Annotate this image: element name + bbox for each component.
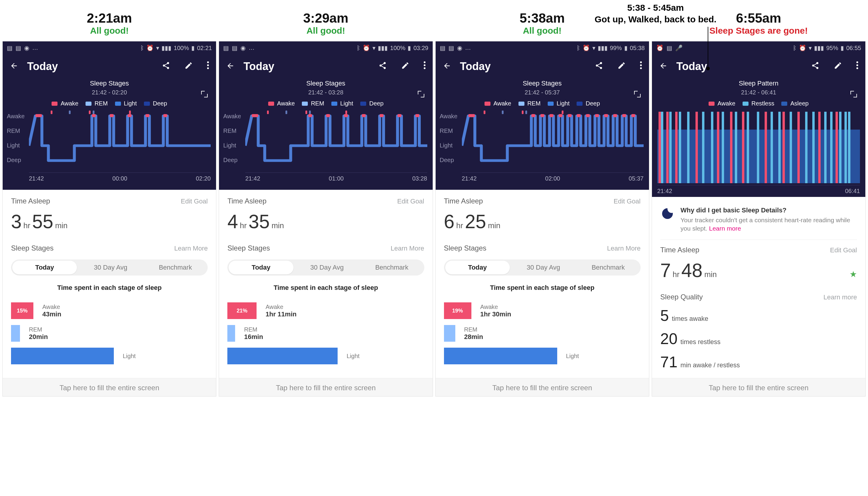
awake-bar: 15% [11,303,33,319]
chart-title: Sleep Stages [3,79,216,87]
bluetooth-icon: ᛒ [577,45,580,51]
sleep-chart[interactable]: Sleep Stages 21:42 - 05:37 Awake REM Lig… [436,78,649,190]
expand-icon[interactable] [634,90,641,98]
wifi-icon: ▾ [592,44,595,51]
edit-button[interactable] [617,61,626,72]
segment-today[interactable]: Today [445,261,510,274]
segmented-control[interactable]: Today 30 Day Avg Benchmark [444,260,641,276]
back-button[interactable] [659,60,667,73]
sleep-chart[interactable]: Sleep Stages 21:42 - 03:28 Awake REM Lig… [219,78,432,190]
sleep-stages-label: Sleep Stages [11,244,53,252]
share-button[interactable] [811,61,819,72]
clock: 03:29 [413,45,428,51]
time-asleep-label: Time Asleep [444,197,483,205]
expand-icon[interactable] [417,90,425,98]
edit-button[interactable] [834,61,842,72]
app-icon: ▤ [15,44,21,51]
segment-today[interactable]: Today [12,261,77,274]
footer-hint[interactable]: Tap here to fill the entire screen [436,378,649,396]
segment-30day[interactable]: 30 Day Avg [295,264,359,272]
overflow-menu-button[interactable] [640,61,642,72]
battery-percent: 99% [610,45,622,51]
stage-subhead: Time spent in each stage of sleep [11,284,208,292]
learn-more-link[interactable]: Learn More [607,245,641,252]
segment-benchmark[interactable]: Benchmark [359,264,424,272]
overflow-menu-button[interactable] [207,61,209,72]
overflow-menu-button[interactable] [424,61,425,72]
alarm-icon: ⏰ [146,44,154,51]
page-title: Today [677,60,707,73]
chart-legend: Awake REM Light Deep [436,100,649,107]
app-bar: Today [219,55,432,78]
battery-icon: ▮ [624,44,627,51]
back-button[interactable] [443,60,451,73]
edit-goal-link[interactable]: Edit Goal [397,198,424,205]
segmented-control[interactable]: Today 30 Day Avg Benchmark [11,260,208,276]
expand-icon[interactable] [201,90,208,98]
learn-more-link[interactable]: Learn More [391,245,424,252]
sleep-chart[interactable]: Sleep Pattern 21:42 - 06:41 Awake Restle… [652,78,865,197]
segment-benchmark[interactable]: Benchmark [576,264,640,272]
share-button[interactable] [162,61,170,72]
segment-30day[interactable]: 30 Day Avg [511,264,576,272]
footer-hint[interactable]: Tap here to fill the entire screen [652,378,865,396]
messenger-icon: ◉ [24,44,29,51]
segment-30day[interactable]: 30 Day Avg [78,264,143,272]
phone-screenshot: ⏰▤🎤 ᛒ ⏰ ▾ ▮▮▮ 95% ▮ 06:55 Today [652,41,866,397]
bluetooth-icon: ᛒ [140,45,144,51]
chart-range: 21:42 - 03:28 [219,89,432,96]
footer-hint[interactable]: Tap here to fill the entire screen [219,378,432,396]
phone-screenshot: ▤▤◉… ᛒ ⏰ ▾ ▮▮▮ 100% ▮ 02:21 Today [2,41,216,397]
edit-button[interactable] [184,61,193,72]
segment-benchmark[interactable]: Benchmark [143,264,208,272]
stages-plot: Awake REM Light Deep 21: [29,110,211,187]
edit-goal-link[interactable]: Edit Goal [830,246,857,254]
edit-button[interactable] [401,61,409,72]
light-bar [444,348,557,364]
battery-percent: 100% [174,45,189,51]
messenger-icon: ◉ [241,44,246,51]
back-button[interactable] [10,60,18,73]
learn-more-link[interactable]: Learn more [709,225,741,232]
sleep-stages-label: Sleep Stages [444,244,486,252]
signal-icon: ▮▮▮ [598,44,608,51]
chart-title: Sleep Pattern [652,79,865,87]
stage-subhead: Time spent in each stage of sleep [444,284,641,292]
time-asleep-label: Time Asleep [11,197,50,205]
learn-more-link[interactable]: Learn more [823,293,857,301]
share-button[interactable] [378,61,387,72]
alarm-icon: ⏰ [799,44,806,51]
alarm-icon: ⏰ [656,44,664,51]
edit-goal-link[interactable]: Edit Goal [614,198,641,205]
page-title: Today [460,60,491,73]
app-bar: Today [436,55,649,78]
expand-icon[interactable] [850,90,857,98]
app-icon: ▤ [667,44,672,51]
battery-percent: 95% [826,45,838,51]
app-icon: ▤ [223,44,229,51]
star-icon: ★ [850,269,857,279]
messenger-icon: ◉ [457,44,462,51]
segment-today[interactable]: Today [229,261,293,274]
app-bar: Today [3,55,216,78]
segmented-control[interactable]: Today 30 Day Avg Benchmark [227,260,424,276]
time-asleep-label: Time Asleep [227,197,266,205]
status-bar: ▤▤◉… ᛒ ⏰ ▾ ▮▮▮ 99% ▮ 05:38 [436,42,649,55]
chart-range: 21:42 - 06:41 [652,89,865,96]
status-bar: ⏰▤🎤 ᛒ ⏰ ▾ ▮▮▮ 95% ▮ 06:55 [652,42,865,55]
rem-bar [227,325,235,342]
footer-hint[interactable]: Tap here to fill the entire screen [3,378,216,396]
wifi-icon: ▾ [809,44,812,51]
sleep-chart[interactable]: Sleep Stages 21:42 - 02:20 Awake REM Lig… [3,78,216,190]
share-button[interactable] [595,61,603,72]
chart-title: Sleep Stages [436,79,649,87]
overflow-menu-button[interactable] [856,61,858,72]
back-button[interactable] [226,60,234,73]
panel-caption: 2:21am All good! [2,2,216,41]
edit-goal-link[interactable]: Edit Goal [181,198,208,205]
learn-more-link[interactable]: Learn More [174,245,208,252]
battery-icon: ▮ [191,44,195,51]
battery-icon: ▮ [408,44,411,51]
chart-legend: Awake REM Light Deep [219,100,432,107]
wifi-icon: ▾ [156,44,159,51]
